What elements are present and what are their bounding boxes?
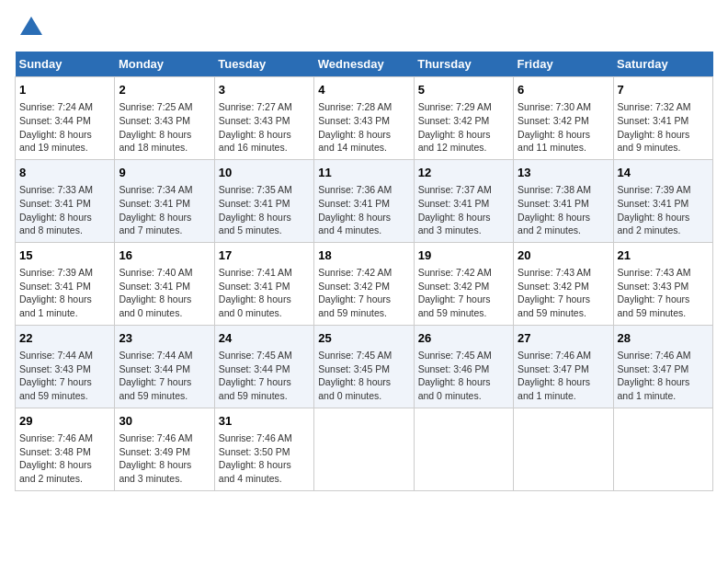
day-info: Sunrise: 7:45 AM Sunset: 3:46 PM Dayligh… bbox=[418, 349, 509, 403]
calendar-cell: 2Sunrise: 7:25 AM Sunset: 3:43 PM Daylig… bbox=[115, 77, 214, 160]
calendar-cell: 6Sunrise: 7:30 AM Sunset: 3:42 PM Daylig… bbox=[514, 77, 613, 160]
calendar-cell: 9Sunrise: 7:34 AM Sunset: 3:41 PM Daylig… bbox=[115, 159, 214, 242]
week-row-2: 8Sunrise: 7:33 AM Sunset: 3:41 PM Daylig… bbox=[16, 159, 713, 242]
calendar-cell: 4Sunrise: 7:28 AM Sunset: 3:43 PM Daylig… bbox=[314, 77, 414, 160]
calendar-cell: 24Sunrise: 7:45 AM Sunset: 3:44 PM Dayli… bbox=[214, 325, 313, 408]
day-number: 8 bbox=[19, 165, 110, 181]
day-number: 18 bbox=[318, 247, 409, 264]
day-info: Sunrise: 7:40 AM Sunset: 3:41 PM Dayligh… bbox=[119, 266, 210, 320]
day-info: Sunrise: 7:42 AM Sunset: 3:42 PM Dayligh… bbox=[318, 266, 409, 320]
calendar-cell: 3Sunrise: 7:27 AM Sunset: 3:43 PM Daylig… bbox=[214, 77, 313, 160]
calendar-cell: 18Sunrise: 7:42 AM Sunset: 3:42 PM Dayli… bbox=[314, 242, 414, 325]
day-number: 2 bbox=[119, 82, 210, 98]
day-number: 29 bbox=[19, 413, 110, 430]
day-info: Sunrise: 7:37 AM Sunset: 3:41 PM Dayligh… bbox=[418, 183, 509, 237]
calendar-cell: 29Sunrise: 7:46 AM Sunset: 3:48 PM Dayli… bbox=[16, 408, 115, 490]
calendar-cell: 23Sunrise: 7:44 AM Sunset: 3:44 PM Dayli… bbox=[115, 325, 214, 408]
day-number: 13 bbox=[518, 165, 609, 181]
calendar-cell: 17Sunrise: 7:41 AM Sunset: 3:41 PM Dayli… bbox=[214, 242, 313, 325]
day-info: Sunrise: 7:28 AM Sunset: 3:43 PM Dayligh… bbox=[318, 100, 409, 155]
day-header-sunday: Sunday bbox=[16, 52, 115, 77]
day-number: 23 bbox=[119, 330, 210, 347]
day-header-wednesday: Wednesday bbox=[314, 52, 414, 77]
calendar-cell: 15Sunrise: 7:39 AM Sunset: 3:41 PM Dayli… bbox=[16, 242, 115, 325]
calendar-cell: 7Sunrise: 7:32 AM Sunset: 3:41 PM Daylig… bbox=[613, 77, 712, 160]
day-number: 20 bbox=[518, 247, 609, 264]
day-info: Sunrise: 7:42 AM Sunset: 3:42 PM Dayligh… bbox=[418, 266, 509, 320]
calendar-cell bbox=[414, 408, 513, 490]
calendar-cell: 26Sunrise: 7:45 AM Sunset: 3:46 PM Dayli… bbox=[414, 325, 513, 408]
calendar-cell bbox=[314, 408, 414, 490]
day-number: 9 bbox=[119, 165, 210, 181]
calendar-cell: 28Sunrise: 7:46 AM Sunset: 3:47 PM Dayli… bbox=[613, 325, 712, 408]
day-number: 15 bbox=[19, 247, 110, 264]
calendar-cell: 21Sunrise: 7:43 AM Sunset: 3:43 PM Dayli… bbox=[613, 242, 712, 325]
calendar-cell: 13Sunrise: 7:38 AM Sunset: 3:41 PM Dayli… bbox=[514, 159, 613, 242]
day-number: 5 bbox=[418, 82, 509, 98]
day-number: 3 bbox=[219, 82, 310, 98]
day-info: Sunrise: 7:32 AM Sunset: 3:41 PM Dayligh… bbox=[618, 100, 709, 155]
day-number: 28 bbox=[618, 330, 709, 347]
day-header-tuesday: Tuesday bbox=[214, 52, 313, 77]
day-number: 11 bbox=[318, 165, 409, 181]
calendar-cell: 30Sunrise: 7:46 AM Sunset: 3:49 PM Dayli… bbox=[115, 408, 214, 490]
day-info: Sunrise: 7:41 AM Sunset: 3:41 PM Dayligh… bbox=[219, 266, 310, 320]
calendar-cell: 19Sunrise: 7:42 AM Sunset: 3:42 PM Dayli… bbox=[414, 242, 513, 325]
week-row-5: 29Sunrise: 7:46 AM Sunset: 3:48 PM Dayli… bbox=[16, 408, 713, 490]
calendar-cell bbox=[514, 408, 613, 490]
day-info: Sunrise: 7:30 AM Sunset: 3:42 PM Dayligh… bbox=[518, 100, 609, 155]
calendar-cell: 1Sunrise: 7:24 AM Sunset: 3:44 PM Daylig… bbox=[16, 77, 115, 160]
day-number: 22 bbox=[19, 330, 110, 347]
day-info: Sunrise: 7:27 AM Sunset: 3:43 PM Dayligh… bbox=[219, 100, 310, 155]
week-row-3: 15Sunrise: 7:39 AM Sunset: 3:41 PM Dayli… bbox=[16, 242, 713, 325]
day-info: Sunrise: 7:38 AM Sunset: 3:41 PM Dayligh… bbox=[518, 183, 609, 237]
week-row-4: 22Sunrise: 7:44 AM Sunset: 3:43 PM Dayli… bbox=[16, 325, 713, 408]
day-number: 12 bbox=[418, 165, 509, 181]
day-number: 1 bbox=[19, 82, 110, 98]
calendar-cell: 25Sunrise: 7:45 AM Sunset: 3:45 PM Dayli… bbox=[314, 325, 414, 408]
day-info: Sunrise: 7:25 AM Sunset: 3:43 PM Dayligh… bbox=[119, 100, 210, 155]
day-info: Sunrise: 7:29 AM Sunset: 3:42 PM Dayligh… bbox=[418, 100, 509, 155]
day-info: Sunrise: 7:43 AM Sunset: 3:43 PM Dayligh… bbox=[618, 266, 709, 320]
day-info: Sunrise: 7:35 AM Sunset: 3:41 PM Dayligh… bbox=[219, 183, 310, 237]
calendar-cell bbox=[613, 408, 712, 490]
day-info: Sunrise: 7:46 AM Sunset: 3:47 PM Dayligh… bbox=[618, 349, 709, 403]
day-info: Sunrise: 7:45 AM Sunset: 3:45 PM Dayligh… bbox=[318, 349, 409, 403]
day-number: 19 bbox=[418, 247, 509, 264]
day-number: 21 bbox=[618, 247, 709, 264]
page-header bbox=[15, 15, 713, 40]
logo bbox=[15, 15, 44, 40]
day-info: Sunrise: 7:46 AM Sunset: 3:48 PM Dayligh… bbox=[19, 431, 110, 486]
day-number: 4 bbox=[318, 82, 409, 98]
day-info: Sunrise: 7:46 AM Sunset: 3:49 PM Dayligh… bbox=[119, 431, 210, 486]
day-number: 7 bbox=[618, 82, 709, 98]
calendar-cell: 12Sunrise: 7:37 AM Sunset: 3:41 PM Dayli… bbox=[414, 159, 513, 242]
day-header-monday: Monday bbox=[115, 52, 214, 77]
calendar-cell: 22Sunrise: 7:44 AM Sunset: 3:43 PM Dayli… bbox=[16, 325, 115, 408]
day-info: Sunrise: 7:46 AM Sunset: 3:47 PM Dayligh… bbox=[518, 349, 609, 403]
calendar-cell: 16Sunrise: 7:40 AM Sunset: 3:41 PM Dayli… bbox=[115, 242, 214, 325]
day-info: Sunrise: 7:34 AM Sunset: 3:41 PM Dayligh… bbox=[119, 183, 210, 237]
day-info: Sunrise: 7:44 AM Sunset: 3:44 PM Dayligh… bbox=[119, 349, 210, 403]
calendar-cell: 27Sunrise: 7:46 AM Sunset: 3:47 PM Dayli… bbox=[514, 325, 613, 408]
day-info: Sunrise: 7:43 AM Sunset: 3:42 PM Dayligh… bbox=[518, 266, 609, 320]
day-info: Sunrise: 7:44 AM Sunset: 3:43 PM Dayligh… bbox=[19, 349, 110, 403]
calendar-cell: 5Sunrise: 7:29 AM Sunset: 3:42 PM Daylig… bbox=[414, 77, 513, 160]
day-number: 25 bbox=[318, 330, 409, 347]
day-number: 24 bbox=[219, 330, 310, 347]
calendar-cell: 20Sunrise: 7:43 AM Sunset: 3:42 PM Dayli… bbox=[514, 242, 613, 325]
calendar-table: SundayMondayTuesdayWednesdayThursdayFrid… bbox=[15, 52, 713, 491]
day-info: Sunrise: 7:39 AM Sunset: 3:41 PM Dayligh… bbox=[618, 183, 709, 237]
calendar-cell: 8Sunrise: 7:33 AM Sunset: 3:41 PM Daylig… bbox=[16, 159, 115, 242]
calendar-cell: 10Sunrise: 7:35 AM Sunset: 3:41 PM Dayli… bbox=[214, 159, 313, 242]
week-row-1: 1Sunrise: 7:24 AM Sunset: 3:44 PM Daylig… bbox=[16, 77, 713, 160]
day-info: Sunrise: 7:46 AM Sunset: 3:50 PM Dayligh… bbox=[219, 431, 310, 486]
day-header-thursday: Thursday bbox=[414, 52, 513, 77]
day-number: 6 bbox=[518, 82, 609, 98]
day-header-saturday: Saturday bbox=[613, 52, 712, 77]
day-number: 30 bbox=[119, 413, 210, 430]
calendar-cell: 11Sunrise: 7:36 AM Sunset: 3:41 PM Dayli… bbox=[314, 159, 414, 242]
day-number: 16 bbox=[119, 247, 210, 264]
day-number: 26 bbox=[418, 330, 509, 347]
logo-icon bbox=[18, 15, 44, 40]
